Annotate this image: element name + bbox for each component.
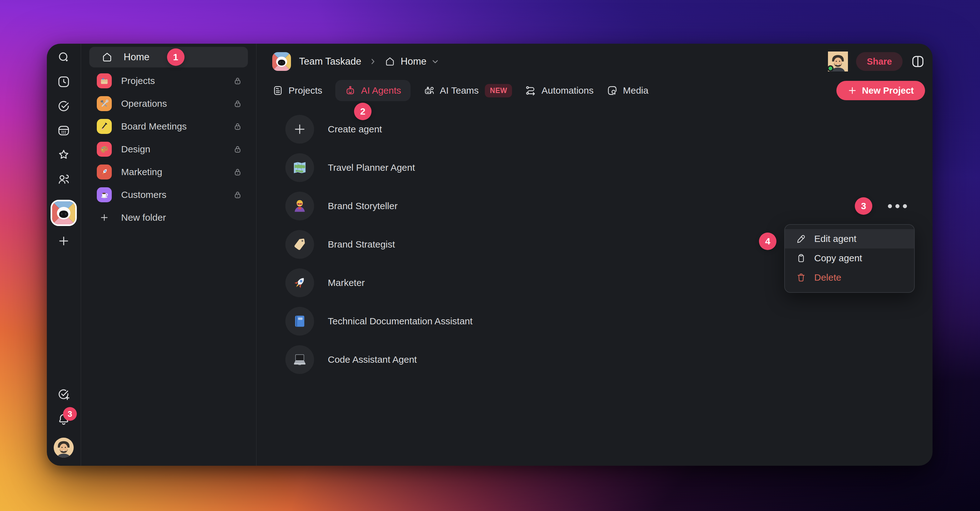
- agent-name: Brand Strategist: [328, 239, 395, 250]
- sidebar: Home 1 Projects Operations: [81, 44, 257, 466]
- agent-row-brand-storyteller[interactable]: Brand Storyteller 3: [285, 192, 910, 220]
- folder-label: Design: [121, 144, 233, 154]
- lock-icon: [233, 145, 242, 154]
- writing-hand-icon: [97, 119, 112, 134]
- tab-label: AI Agents: [361, 85, 401, 96]
- agent-context-menu: Edit agent Copy agent Delete: [784, 224, 915, 293]
- superhero-icon: [285, 192, 314, 220]
- menu-item-edit-agent[interactable]: Edit agent: [785, 229, 914, 248]
- folder-label: Customers: [121, 189, 233, 200]
- blue-book-icon: [285, 307, 314, 336]
- sidebar-item-board-meetings[interactable]: Board Meetings: [89, 115, 248, 138]
- agent-name: Travel Planner Agent: [328, 162, 415, 173]
- chevron-down-icon[interactable]: [431, 57, 439, 66]
- new-project-label: New Project: [862, 86, 914, 96]
- tab-projects[interactable]: Projects: [272, 85, 322, 96]
- sidebar-item-customers[interactable]: Customers: [89, 183, 248, 206]
- user-avatar[interactable]: [54, 438, 74, 458]
- breadcrumb-home-icon: [384, 56, 396, 67]
- sidebar-home-label: Home: [124, 51, 150, 63]
- search-icon[interactable]: [56, 49, 72, 65]
- tab-label: Projects: [288, 85, 322, 96]
- sidebar-item-marketing[interactable]: Marketing: [89, 161, 248, 183]
- menu-item-label: Copy agent: [814, 253, 862, 263]
- note-doc-icon: [272, 85, 283, 96]
- workspace-avatar[interactable]: [51, 200, 77, 226]
- step-badge-2: 2: [354, 103, 372, 120]
- icon-rail: 3: [47, 44, 81, 466]
- lock-icon: [233, 190, 242, 199]
- recent-clock-icon[interactable]: [56, 74, 72, 90]
- user-avatar-image: [54, 438, 74, 458]
- sidebar-item-home[interactable]: Home 1: [89, 47, 248, 67]
- agent-row-code-assistant[interactable]: Code Assistant Agent: [285, 345, 910, 374]
- plus-icon: [97, 210, 112, 225]
- world-map-icon: [285, 153, 314, 182]
- topbar-user-avatar[interactable]: [828, 51, 848, 72]
- lock-icon: [233, 122, 242, 131]
- menu-item-copy-agent[interactable]: Copy agent: [785, 248, 914, 268]
- agent-name: Technical Documentation Assistant: [328, 316, 473, 326]
- tab-ai-agents[interactable]: AI Agents: [335, 80, 410, 101]
- menu-item-delete[interactable]: Delete: [785, 268, 914, 287]
- add-workspace-plus-icon[interactable]: [56, 233, 72, 249]
- tab-bar: Projects AI Agents AI Teams NEW Automati…: [257, 80, 932, 101]
- chevron-right-icon: [369, 57, 377, 65]
- lock-icon: [233, 167, 242, 177]
- workspace-logo-sheep: [52, 201, 75, 224]
- new-project-button[interactable]: New Project: [837, 81, 925, 100]
- app-window: 3 Home 1 Projects: [47, 44, 932, 466]
- card-box-icon: [97, 73, 112, 88]
- panel-toggle-icon[interactable]: [911, 54, 925, 68]
- folder-label: Board Meetings: [121, 121, 233, 132]
- sidebar-item-projects[interactable]: Projects: [89, 69, 248, 92]
- sidebar-item-design[interactable]: Design: [89, 138, 248, 161]
- step-badge-1: 1: [167, 48, 185, 66]
- agent-row-travel-planner[interactable]: Travel Planner Agent: [285, 153, 910, 182]
- tools-icon: [97, 96, 112, 111]
- clipboard-icon: [796, 253, 806, 263]
- folder-label: Operations: [121, 98, 233, 109]
- members-icon[interactable]: [56, 171, 72, 187]
- breadcrumb-workspace-name[interactable]: Team Taskade: [299, 56, 361, 67]
- completed-check-icon[interactable]: [56, 98, 72, 114]
- starred-icon[interactable]: [56, 147, 72, 163]
- pencil-icon: [796, 234, 806, 244]
- agent-row-technical-doc[interactable]: Technical Documentation Assistant: [285, 307, 910, 336]
- lock-icon: [233, 99, 242, 108]
- tab-ai-teams[interactable]: AI Teams NEW: [424, 84, 512, 97]
- row-menu-dots-icon[interactable]: [885, 201, 910, 211]
- menu-item-label: Edit agent: [814, 234, 856, 244]
- sidebar-item-operations[interactable]: Operations: [89, 92, 248, 115]
- breadcrumb-workspace-avatar[interactable]: [272, 52, 291, 71]
- robot-icon: [345, 85, 356, 96]
- home-icon: [101, 51, 113, 63]
- laptop-icon: [285, 345, 314, 374]
- agent-name: Code Assistant Agent: [328, 354, 417, 365]
- tab-label: Automations: [541, 85, 593, 96]
- agent-name: Marketer: [328, 277, 365, 288]
- add-task-icon[interactable]: [56, 387, 72, 403]
- new-badge: NEW: [485, 84, 512, 97]
- tab-media[interactable]: Media: [607, 85, 648, 96]
- media-image-icon: [607, 85, 618, 96]
- robot-team-icon: [424, 85, 435, 96]
- notifications-bell-icon[interactable]: 3: [56, 411, 72, 427]
- label-tag-icon: [285, 230, 314, 259]
- breadcrumb-page-name[interactable]: Home: [401, 56, 426, 67]
- coffee-icon: [97, 187, 112, 202]
- create-agent-label: Create agent: [328, 124, 382, 135]
- main-content: Team Taskade Home Share Proj: [257, 44, 932, 466]
- breadcrumb: Team Taskade Home: [272, 52, 439, 71]
- step-badge-3: 3: [855, 197, 872, 215]
- plus-icon: [848, 86, 857, 95]
- automation-flow-icon: [525, 85, 536, 96]
- create-agent-row[interactable]: Create agent: [285, 115, 910, 143]
- sidebar-item-new-folder[interactable]: New folder: [89, 206, 248, 229]
- lock-icon: [233, 76, 242, 86]
- tab-automations[interactable]: Automations: [525, 85, 593, 96]
- drawer-grid-icon[interactable]: [56, 123, 72, 138]
- new-folder-label: New folder: [121, 212, 248, 223]
- notification-count-badge: 3: [63, 407, 77, 421]
- share-button[interactable]: Share: [856, 52, 902, 71]
